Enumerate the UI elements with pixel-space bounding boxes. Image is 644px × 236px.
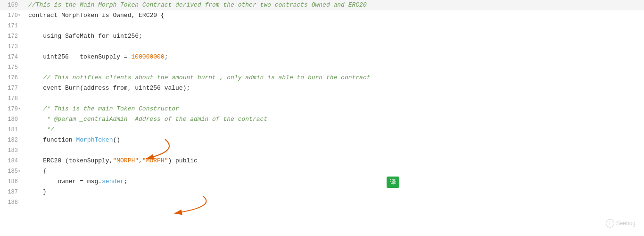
code-line-172: 172 using SafeMath for uint256; xyxy=(0,31,644,42)
line-number-175: 175 xyxy=(0,62,25,73)
line-number-169: 169 xyxy=(0,0,25,10)
line-number-179: ▾ 179 xyxy=(0,104,25,114)
line-content-169: //This is the Main Morph Token Contract … xyxy=(25,0,644,10)
code-line-171: 171 xyxy=(0,21,644,31)
line-number-182: 182 xyxy=(0,135,25,145)
code-line-169: 169 //This is the Main Morph Token Contr… xyxy=(0,0,644,10)
line-content-170: contract MorphToken is Owned, ERC20 { xyxy=(25,10,644,21)
line-number-170: ▾ 170 xyxy=(0,10,25,21)
line-content-176: // This notifies clients about the amoun… xyxy=(25,73,644,83)
line-content-181: */ xyxy=(25,125,644,135)
line-number-174: 174 xyxy=(0,52,25,62)
line-number-185: ▾ 185 xyxy=(0,166,25,177)
code-line-178: 178 xyxy=(0,93,644,104)
line-number-178: 178 xyxy=(0,93,25,104)
code-line-173: 173 xyxy=(0,42,644,52)
line-number-171: 171 xyxy=(0,21,25,31)
line-content-177: event Burn(address from, uint256 value); xyxy=(25,83,644,93)
fold-arrow-170[interactable]: ▾ xyxy=(18,10,21,21)
code-line-177: 177 event Burn(address from, uint256 val… xyxy=(0,83,644,93)
func-morphtoken: MorphToken xyxy=(76,136,113,143)
line-content-187: } xyxy=(25,187,644,197)
code-line-180: 180 * @param _centralAdmin Address of th… xyxy=(0,114,644,125)
line-number-181: 181 xyxy=(0,125,25,135)
seebug-icon: i xyxy=(606,219,614,228)
morph-string-2: "MORPH" xyxy=(142,157,168,164)
line-content-184: ERC20 (tokenSupply,"MORPH","MORPH") publ… xyxy=(25,156,644,166)
code-line-176: 176 // This notifies clients about the a… xyxy=(0,73,644,83)
line-content-174: uint256 tokenSupply = 100000000; xyxy=(25,52,644,62)
line-number-188: 188 xyxy=(0,197,25,208)
code-line-186: 186 owner = msg.sender; xyxy=(0,177,644,187)
fold-arrow-179[interactable]: ▾ xyxy=(18,104,21,114)
code-line-187: 187 } xyxy=(0,187,644,197)
line-content-182: function MorphToken() xyxy=(25,135,644,145)
code-editor: 169 //This is the Main Morph Token Contr… xyxy=(0,0,644,236)
line-number-173: 173 xyxy=(0,42,25,52)
seebug-watermark: i Seebug xyxy=(606,219,636,228)
translate-badge[interactable]: 译 xyxy=(387,177,399,188)
code-line-188: 188 xyxy=(0,197,644,208)
line-number-176: 176 xyxy=(0,73,25,83)
morph-string-1: "MORPH" xyxy=(113,157,139,164)
line-number-172: 172 xyxy=(0,31,25,42)
line-number-187: 187 xyxy=(0,187,25,197)
code-line-175: 175 xyxy=(0,62,644,73)
seebug-label: Seebug xyxy=(616,220,636,227)
line-content-172: using SafeMath for uint256; xyxy=(25,31,644,42)
msg-sender: sender xyxy=(102,178,124,185)
fold-arrow-185[interactable]: ▾ xyxy=(18,166,21,177)
code-line-181: 181 */ xyxy=(0,125,644,135)
line-content-180: * @param _centralAdmin Address of the ad… xyxy=(25,114,644,125)
line-content-179: /* This is the main Token Constructor xyxy=(25,104,644,114)
code-line-170: ▾ 170 contract MorphToken is Owned, ERC2… xyxy=(0,10,644,21)
code-line-174: 174 uint256 tokenSupply = 100000000; xyxy=(0,52,644,62)
line-number-186: 186 xyxy=(0,177,25,187)
code-line-183: 183 xyxy=(0,145,644,156)
line-content-186: owner = msg.sender; xyxy=(25,177,644,187)
translate-label: 译 xyxy=(390,178,396,185)
line-number-177: 177 xyxy=(0,83,25,93)
code-line-179: ▾ 179 /* This is the main Token Construc… xyxy=(0,104,644,114)
line-number-183: 183 xyxy=(0,145,25,156)
line-content-185: { xyxy=(25,166,644,177)
line-number-180: 180 xyxy=(0,114,25,125)
code-line-185: ▾ 185 { xyxy=(0,166,644,177)
code-line-182: 182 function MorphToken() xyxy=(0,135,644,145)
line-number-184: 184 xyxy=(0,156,25,166)
code-line-184: 184 ERC20 (tokenSupply,"MORPH","MORPH") … xyxy=(0,156,644,166)
token-supply-value: 100000000 xyxy=(131,53,164,60)
